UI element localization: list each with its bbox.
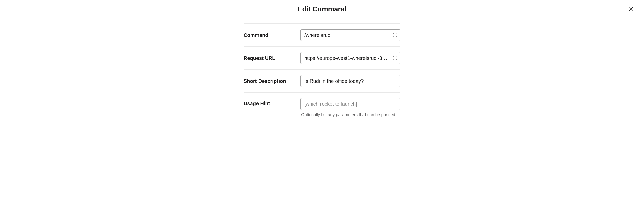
short-description-input[interactable] [300, 75, 400, 87]
svg-point-7 [395, 57, 395, 57]
modal-header: Edit Command [0, 0, 644, 18]
modal-title: Edit Command [297, 5, 347, 13]
request-url-field [300, 52, 400, 64]
usage-hint-row: Usage Hint Optionally list any parameter… [244, 93, 400, 123]
svg-point-4 [395, 34, 395, 34]
request-url-row: Request URL [244, 47, 400, 70]
request-url-input[interactable] [300, 52, 400, 64]
usage-hint-field: Optionally list any parameters that can … [300, 98, 400, 117]
command-input[interactable] [300, 29, 400, 41]
short-description-field [300, 75, 400, 87]
form-container: Command Request URL [244, 18, 400, 123]
short-description-row: Short Description [244, 70, 400, 93]
usage-hint-input[interactable] [300, 98, 400, 110]
usage-hint-help-text: Optionally list any parameters that can … [300, 112, 400, 117]
info-icon[interactable] [392, 33, 397, 38]
request-url-input-wrapper [300, 52, 400, 64]
request-url-label: Request URL [244, 55, 300, 61]
close-button[interactable] [626, 4, 636, 15]
command-row: Command [244, 23, 400, 47]
short-description-input-wrapper [300, 75, 400, 87]
short-description-label: Short Description [244, 78, 300, 84]
command-field [300, 29, 400, 41]
info-icon[interactable] [392, 56, 397, 61]
usage-hint-label: Usage Hint [244, 98, 300, 106]
command-label: Command [244, 32, 300, 38]
usage-hint-input-wrapper [300, 98, 400, 110]
command-input-wrapper [300, 29, 400, 41]
close-icon [628, 6, 634, 13]
